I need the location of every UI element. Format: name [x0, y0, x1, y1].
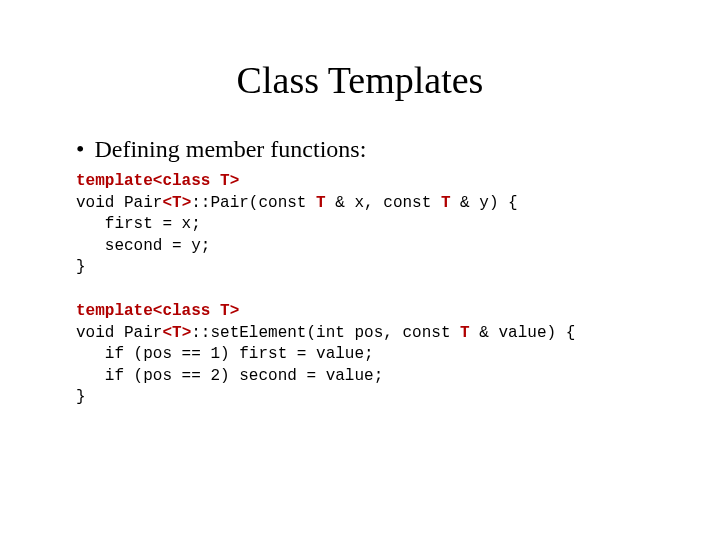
slide-title: Class Templates [60, 58, 660, 102]
code-keyword: <T> [162, 324, 191, 342]
code-block-2: template<class T> void Pair<T>::setEleme… [60, 301, 660, 409]
code-text: & x, const [326, 194, 441, 212]
code-keyword: <T> [162, 194, 191, 212]
code-keyword: template<class T> [76, 172, 239, 190]
code-text: & y) { [451, 194, 518, 212]
slide: Class Templates • Defining member functi… [0, 0, 720, 540]
bullet-text: Defining member functions: [94, 136, 366, 163]
code-keyword: T [441, 194, 451, 212]
code-text: } [76, 258, 86, 276]
code-keyword: template<class T> [76, 302, 239, 320]
code-text: void Pair [76, 324, 162, 342]
code-text: second = y; [76, 237, 210, 255]
code-text: if (pos == 2) second = value; [76, 367, 383, 385]
code-keyword: T [316, 194, 326, 212]
bullet-dot-icon: • [76, 136, 84, 163]
code-text: & value) { [470, 324, 576, 342]
bullet-item: • Defining member functions: [60, 136, 660, 163]
code-keyword: T [460, 324, 470, 342]
spacer [60, 279, 660, 301]
code-text: ::setElement(int pos, const [191, 324, 460, 342]
code-text: void Pair [76, 194, 162, 212]
code-text: if (pos == 1) first = value; [76, 345, 374, 363]
code-block-1: template<class T> void Pair<T>::Pair(con… [60, 171, 660, 279]
code-text: first = x; [76, 215, 201, 233]
code-text: ::Pair(const [191, 194, 316, 212]
code-text: } [76, 388, 86, 406]
